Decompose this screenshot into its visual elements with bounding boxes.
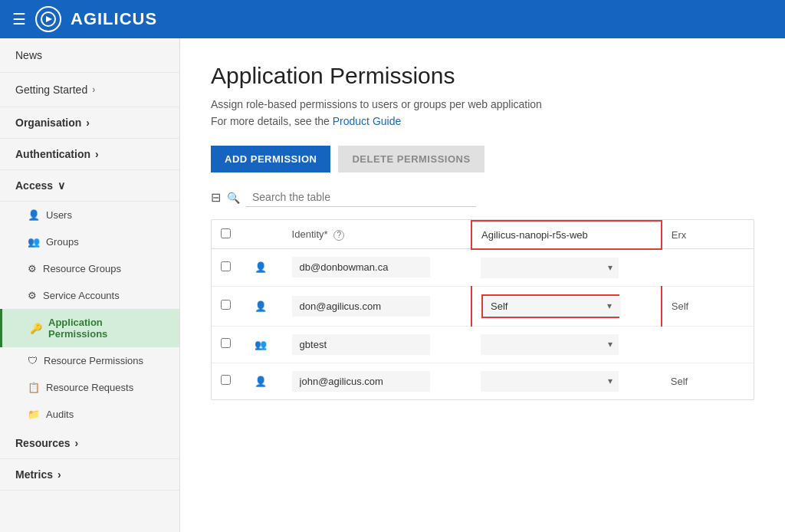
user-icon: 👤 bbox=[255, 261, 267, 273]
permissions-table: Identity* ? Agilicus-nanopi-r5s-web Erx … bbox=[212, 220, 754, 399]
sidebar-item-getting-started[interactable]: Getting Started › bbox=[0, 73, 179, 107]
toolbar: ADD PERMISSION DELETE PERMISSIONS bbox=[211, 146, 754, 172]
sidebar-item-service-accounts[interactable]: ⚙ Service Accounts bbox=[0, 282, 179, 309]
user-icon: 👤 bbox=[255, 300, 267, 312]
sidebar-item-organisation[interactable]: Organisation › bbox=[0, 107, 179, 139]
sidebar-item-audits[interactable]: 📁 Audits bbox=[0, 401, 179, 428]
add-permission-button[interactable]: ADD PERMISSION bbox=[211, 146, 330, 172]
delete-permissions-button[interactable]: DELETE PERMISSIONS bbox=[338, 146, 484, 172]
table-header-row: Identity* ? Agilicus-nanopi-r5s-web Erx bbox=[212, 221, 754, 249]
chevron-right-icon: › bbox=[57, 468, 61, 481]
identity-input[interactable] bbox=[292, 257, 430, 277]
row-identity-cell bbox=[283, 363, 471, 399]
app-permission-dropdown[interactable]: SelfAdminViewer bbox=[481, 334, 619, 355]
main-content: Application Permissions Assign role-base… bbox=[180, 38, 785, 532]
row-identity-cell bbox=[283, 249, 471, 287]
row-icon-cell: 👤 bbox=[245, 363, 282, 399]
sidebar-item-resource-permissions[interactable]: 🛡 Resource Permissions bbox=[0, 347, 179, 374]
sidebar-authentication-label: Authentication bbox=[15, 148, 90, 160]
menu-icon[interactable]: ☰ bbox=[12, 10, 26, 28]
key-icon: 🔑 bbox=[30, 323, 42, 334]
row-icon-cell: 👤 bbox=[245, 286, 282, 326]
group-icon: 👥 bbox=[255, 339, 267, 350]
resource-requests-label: Resource Requests bbox=[46, 382, 133, 393]
app-permission-dropdown[interactable]: SelfAdminViewer bbox=[481, 258, 619, 278]
permissions-table-wrapper: Identity* ? Agilicus-nanopi-r5s-web Erx … bbox=[211, 219, 754, 400]
svg-marker-1 bbox=[46, 16, 52, 22]
sidebar-item-news[interactable]: News bbox=[0, 38, 179, 73]
app-col-label: Agilicus-nanopi-r5s-web bbox=[481, 229, 588, 241]
chevron-right-icon: › bbox=[92, 84, 95, 95]
logo-circle bbox=[35, 6, 61, 32]
filter-icon[interactable]: ⊟ bbox=[211, 190, 221, 205]
table-row: 👤SelfAdminViewerSelf bbox=[212, 363, 754, 399]
search-bar: ⊟ 🔍 bbox=[211, 188, 754, 207]
service-accounts-icon: ⚙ bbox=[28, 290, 37, 301]
sidebar-item-metrics[interactable]: Metrics › bbox=[0, 459, 179, 491]
row-identity-cell bbox=[283, 326, 471, 363]
sidebar-item-resources[interactable]: Resources › bbox=[0, 428, 179, 459]
row-icon-cell: 👥 bbox=[245, 326, 282, 363]
identity-input[interactable] bbox=[292, 371, 430, 392]
layout: News Getting Started › Organisation › Au… bbox=[0, 38, 785, 532]
row-checkbox[interactable] bbox=[221, 261, 231, 271]
sidebar-access-label: Access bbox=[15, 179, 53, 192]
audits-label: Audits bbox=[46, 409, 74, 420]
header-erx: Erx bbox=[662, 221, 754, 249]
row-app-dropdown-cell: SelfAdminViewer bbox=[471, 249, 662, 287]
identity-input[interactable] bbox=[292, 334, 430, 355]
row-checkbox[interactable] bbox=[221, 375, 231, 385]
row-app-dropdown-cell: SelfAdminViewer bbox=[471, 326, 662, 363]
application-permissions-label: Application Permissions bbox=[48, 317, 164, 340]
row-erx-cell: Self bbox=[662, 363, 754, 399]
sidebar-item-resource-groups[interactable]: ⚙ Resource Groups bbox=[0, 255, 179, 282]
user-icon: 👤 bbox=[28, 209, 40, 221]
page-title: Application Permissions bbox=[211, 63, 754, 89]
users-label: Users bbox=[46, 209, 72, 221]
app-title: AGILICUS bbox=[71, 9, 157, 29]
row-identity-cell bbox=[283, 286, 471, 326]
row-icon-cell: 👤 bbox=[245, 249, 282, 287]
sidebar-news-label: News bbox=[15, 49, 42, 61]
sidebar-item-users[interactable]: 👤 Users bbox=[0, 202, 179, 228]
sidebar-resources-label: Resources bbox=[15, 437, 71, 449]
search-input[interactable] bbox=[246, 188, 476, 207]
product-guide-link[interactable]: Product Guide bbox=[333, 115, 402, 127]
group-icon: 👥 bbox=[28, 236, 40, 248]
sidebar-item-groups[interactable]: 👥 Groups bbox=[0, 228, 179, 255]
chevron-right-icon: › bbox=[86, 117, 90, 129]
sidebar: News Getting Started › Organisation › Au… bbox=[0, 38, 180, 532]
resource-permissions-label: Resource Permissions bbox=[44, 355, 143, 366]
row-checkbox-cell bbox=[212, 249, 245, 287]
row-checkbox-cell bbox=[212, 326, 245, 363]
identity-input[interactable] bbox=[292, 296, 430, 317]
sidebar-item-access[interactable]: Access ∨ bbox=[0, 170, 179, 202]
page-subtitle: Assign role-based permissions to users o… bbox=[211, 98, 754, 110]
row-erx-cell bbox=[662, 249, 754, 287]
chevron-right-icon: › bbox=[95, 148, 99, 160]
resource-groups-label: Resource Groups bbox=[43, 263, 121, 274]
header-app-col: Agilicus-nanopi-r5s-web bbox=[471, 221, 662, 249]
row-checkbox[interactable] bbox=[221, 338, 231, 348]
row-checkbox-cell bbox=[212, 363, 245, 399]
sidebar-item-resource-requests[interactable]: 📋 Resource Requests bbox=[0, 374, 179, 401]
sidebar-item-application-permissions[interactable]: 🔑 Application Permissions bbox=[0, 309, 179, 347]
app-permission-dropdown[interactable]: SelfAdminViewer bbox=[481, 371, 619, 392]
row-app-dropdown-cell: SelfAdminViewer bbox=[471, 286, 662, 326]
service-accounts-label: Service Accounts bbox=[43, 290, 120, 301]
clipboard-icon: 📋 bbox=[28, 382, 40, 393]
row-erx-cell bbox=[662, 326, 754, 363]
search-icon: 🔍 bbox=[227, 192, 240, 204]
header: ☰ AGILICUS bbox=[0, 0, 785, 38]
row-checkbox[interactable] bbox=[221, 300, 231, 310]
app-permission-dropdown[interactable]: SelfAdminViewer bbox=[483, 296, 621, 317]
row-erx-cell: Self bbox=[662, 286, 754, 326]
audit-icon: 📁 bbox=[28, 409, 40, 420]
chevron-right-icon: › bbox=[75, 437, 79, 449]
table-row: 👤SelfAdminViewer bbox=[212, 249, 754, 287]
resource-groups-icon: ⚙ bbox=[28, 263, 37, 274]
header-icon-cell bbox=[245, 221, 282, 249]
sidebar-item-authentication[interactable]: Authentication › bbox=[0, 139, 179, 170]
select-all-checkbox[interactable] bbox=[221, 228, 231, 238]
sidebar-metrics-label: Metrics bbox=[15, 468, 53, 481]
